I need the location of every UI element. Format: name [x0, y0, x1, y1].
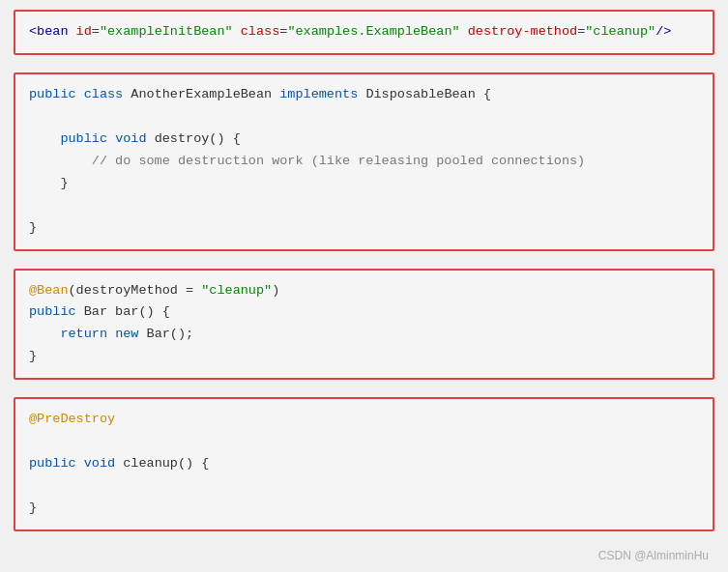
xml-attr-id: id	[76, 24, 92, 39]
code-block-1: <bean id="exampleInitBean" class="exampl…	[14, 10, 714, 55]
xml-tag-close: />	[655, 24, 671, 39]
code-block-2: public class AnotherExampleBean implemen…	[14, 72, 714, 251]
xml-tag-open: <bean	[29, 24, 76, 39]
xml-val-class: "examples.ExampleBean"	[287, 24, 459, 39]
code-block-3: @Bean(destroyMethod = "cleanup") public …	[14, 269, 714, 381]
watermark: CSDN @AlminminHu	[14, 549, 714, 562]
xml-attr-class: class	[241, 24, 280, 39]
xml-attr-destroy: destroy-method	[468, 24, 577, 39]
xml-val-destroy: "cleanup"	[585, 24, 655, 39]
xml-val-id: "exampleInitBean"	[100, 24, 233, 39]
code-block-4: @PreDestroy public void cleanup() { }	[14, 397, 714, 531]
